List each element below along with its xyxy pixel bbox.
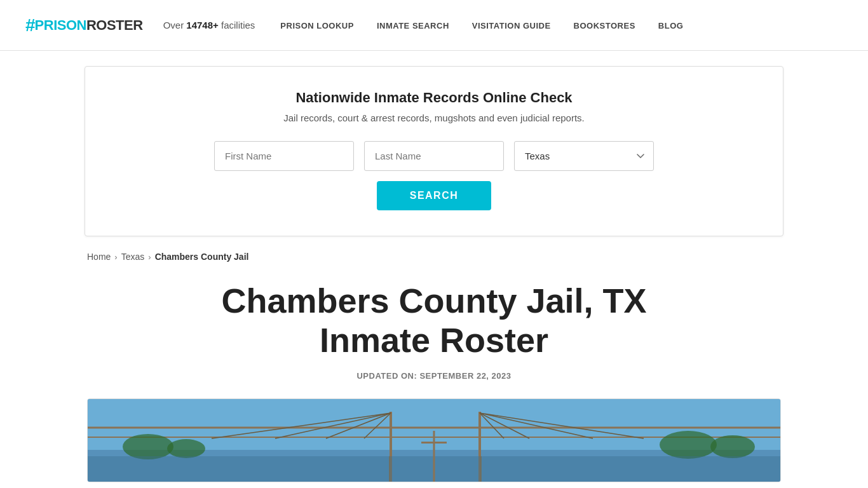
updated-date: UPDATED ON: SEPTEMBER 22, 2023 [87,371,781,381]
nav-link-bookstores[interactable]: BOOKSTORES [574,21,635,30]
logo-link[interactable]: #PRISONROSTER [25,15,143,36]
logo-roster: ROSTER [86,17,143,34]
state-select[interactable]: TexasAlabamaAlaskaArizonaArkansasCalifor… [514,141,654,171]
nav-link-blog[interactable]: BLOG [658,21,684,30]
last-name-input[interactable] [364,141,504,171]
facility-image-svg [88,399,780,482]
first-name-input[interactable] [214,141,354,171]
nav-item-prison-lookup: PRISON LOOKUP [280,20,354,31]
breadcrumb-home[interactable]: Home [87,252,111,262]
svg-point-16 [660,431,717,459]
nav-item-visitation-guide: VISITATION GUIDE [472,20,551,31]
breadcrumb-current: Chambers County Jail [155,252,249,262]
search-inputs-row: TexasAlabamaAlaskaArizonaArkansasCalifor… [111,141,757,171]
facilities-text: Over 14748+ facilities [163,20,255,30]
search-banner-subtitle: Jail records, court & arrest records, mu… [111,112,757,123]
breadcrumb: Home › Texas › Chambers County Jail [85,252,783,262]
nav-links: PRISON LOOKUP INMATE SEARCH VISITATION G… [280,20,683,31]
logo-hash: # [25,15,35,36]
nav-link-inmate-search[interactable]: INMATE SEARCH [377,21,449,30]
breadcrumb-sep-1: › [114,252,117,262]
breadcrumb-texas[interactable]: Texas [121,252,145,262]
svg-point-15 [167,439,205,458]
svg-point-14 [123,434,173,459]
nav-item-bookstores: BOOKSTORES [574,20,635,31]
image-card [87,398,781,482]
main-content: Chambers County Jail, TX Inmate Roster U… [85,281,783,482]
breadcrumb-sep-2: › [148,252,151,262]
page-title: Chambers County Jail, TX Inmate Roster [164,281,704,360]
nav-item-inmate-search: INMATE SEARCH [377,20,449,31]
search-banner: Nationwide Inmate Records Online Check J… [85,66,783,236]
search-banner-title: Nationwide Inmate Records Online Check [111,90,757,106]
logo-prison: PRISON [35,17,86,34]
facilities-prefix: Over [163,20,187,30]
navbar: #PRISONROSTER Over 14748+ facilities PRI… [0,0,868,51]
svg-rect-18 [88,456,780,482]
svg-point-17 [710,435,755,458]
nav-item-blog: BLOG [658,20,684,31]
nav-link-prison-lookup[interactable]: PRISON LOOKUP [280,21,354,30]
facilities-suffix: facilities [219,20,255,30]
facilities-count: 14748+ [186,20,218,30]
nav-link-visitation-guide[interactable]: VISITATION GUIDE [472,21,551,30]
facility-image [88,399,780,482]
search-btn-row: SEARCH [111,181,757,210]
search-button[interactable]: SEARCH [377,181,492,210]
